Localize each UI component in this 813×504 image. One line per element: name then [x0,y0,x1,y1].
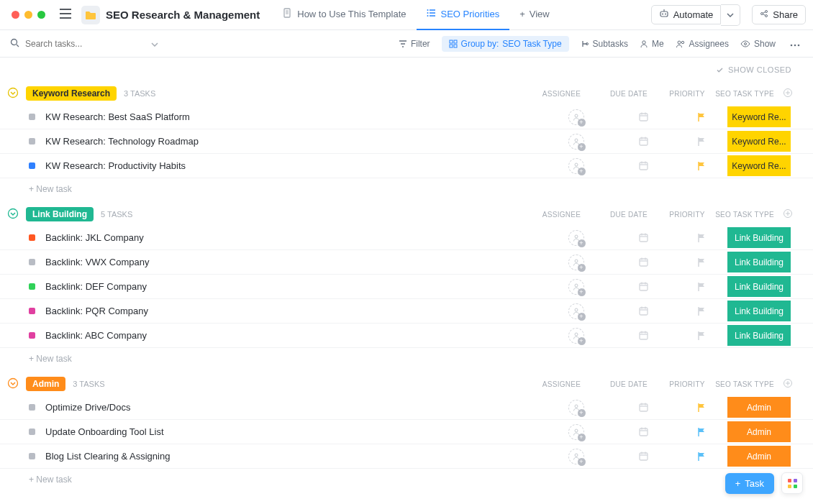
priority-cell[interactable] [676,444,727,469]
col-head-assignee[interactable]: ASSIGNEE [527,380,596,388]
task-row[interactable]: KW Research: Productivity Habits Keyword… [0,154,813,178]
add-column-button[interactable] [777,88,799,99]
more-options-button[interactable] [787,36,803,52]
assignee-cell[interactable] [542,299,610,324]
task-row[interactable]: KW Research: Technology Roadmap Keyword … [0,129,813,154]
due-date-cell[interactable] [610,444,676,469]
due-date-cell[interactable] [610,226,676,250]
priority-cell[interactable] [676,299,727,324]
col-head-due[interactable]: DUE DATE [596,211,662,219]
priority-cell[interactable] [676,395,727,420]
task-type-cell[interactable]: Link Building [727,299,791,324]
add-column-button[interactable] [777,209,799,220]
task-type-cell[interactable]: Keyword Re... [727,154,791,178]
col-head-type[interactable]: SEO TASK TYPE [712,90,777,98]
task-row[interactable]: Backlink: JKL Company Link Building [0,226,813,250]
assignee-cell[interactable] [542,226,610,250]
assignee-cell[interactable] [542,444,610,469]
filter-button[interactable]: Filter [399,39,430,49]
task-type-cell[interactable]: Keyword Re... [727,105,791,129]
col-head-type[interactable]: SEO TASK TYPE [712,211,777,219]
group-pill[interactable]: Link Building [26,207,94,221]
due-date-cell[interactable] [610,250,676,275]
close-window-icon[interactable] [12,11,19,19]
priority-cell[interactable] [676,226,727,250]
folder-icon[interactable] [81,6,100,24]
assignee-cell[interactable] [542,324,610,348]
col-head-assignee[interactable]: ASSIGNEE [527,90,596,98]
task-type-cell[interactable]: Admin [727,395,791,420]
task-type-cell[interactable]: Admin [727,420,791,444]
due-date-cell[interactable] [610,275,676,299]
assignee-cell[interactable] [542,395,610,420]
add-column-button[interactable] [777,378,799,390]
col-head-assignee[interactable]: ASSIGNEE [527,211,596,219]
assignee-cell[interactable] [542,250,610,275]
show-button[interactable]: Show [740,39,776,49]
due-date-cell[interactable] [610,129,676,154]
priority-cell[interactable] [676,129,727,154]
due-date-cell[interactable] [610,105,676,129]
status-square[interactable] [29,114,35,120]
priority-cell[interactable] [676,324,727,348]
automate-button[interactable]: Automate [651,5,722,24]
col-head-type[interactable]: SEO TASK TYPE [712,380,777,388]
apps-button[interactable] [781,472,803,494]
assignee-cell[interactable] [542,105,610,129]
status-square[interactable] [29,332,35,339]
show-closed-button[interactable]: SHOW CLOSED [716,65,791,74]
col-head-priority[interactable]: PRIORITY [662,380,712,388]
col-head-due[interactable]: DUE DATE [596,90,662,98]
groupby-button[interactable]: Group by: SEO Task Type [442,36,569,52]
group-pill[interactable]: Admin [26,377,65,391]
priority-cell[interactable] [676,420,727,444]
due-date-cell[interactable] [610,420,676,444]
task-row[interactable]: Backlink: PQR Company Link Building [0,299,813,324]
col-head-priority[interactable]: PRIORITY [662,90,712,98]
status-square[interactable] [29,429,35,435]
task-row[interactable]: Optimize Drive/Docs Admin [0,395,813,420]
assignee-cell[interactable] [542,275,610,299]
task-type-cell[interactable]: Link Building [727,324,791,348]
new-task-fab[interactable]: + Task [725,473,774,494]
status-square[interactable] [29,283,35,290]
assignees-button[interactable]: Assignees [676,39,729,49]
search-dropdown[interactable] [151,39,158,49]
status-square[interactable] [29,138,35,145]
tab-how-to-use[interactable]: How to Use This Template [273,0,416,30]
group-pill[interactable]: Keyword Research [26,86,117,101]
due-date-cell[interactable] [610,154,676,178]
col-head-due[interactable]: DUE DATE [596,380,662,388]
new-task-button[interactable]: + New task [0,178,813,200]
task-row[interactable]: Blog List Clearing & Assigning Admin [0,444,813,469]
task-row[interactable]: Backlink: ABC Company Link Building [0,324,813,348]
task-type-cell[interactable]: Link Building [727,226,791,250]
task-row[interactable]: Update Onboarding Tool List Admin [0,420,813,444]
collapse-toggle[interactable] [7,87,19,100]
due-date-cell[interactable] [610,395,676,420]
due-date-cell[interactable] [610,324,676,348]
priority-cell[interactable] [676,275,727,299]
col-head-priority[interactable]: PRIORITY [662,211,712,219]
task-row[interactable]: Backlink: DEF Company Link Building [0,275,813,299]
assignee-cell[interactable] [542,420,610,444]
task-row[interactable]: Backlink: VWX Company Link Building [0,250,813,275]
tab-seo-priorities[interactable]: SEO Priorities [417,0,510,30]
task-type-cell[interactable]: Keyword Re... [727,129,791,154]
share-button[interactable]: Share [752,5,806,24]
menu-icon[interactable] [55,6,76,24]
due-date-cell[interactable] [610,299,676,324]
automate-dropdown[interactable] [721,4,740,26]
new-task-button[interactable]: + New task [0,348,813,370]
status-square[interactable] [29,234,35,241]
task-type-cell[interactable]: Link Building [727,275,791,299]
task-type-cell[interactable]: Link Building [727,250,791,275]
assignee-cell[interactable] [542,129,610,154]
search-input[interactable] [25,39,112,49]
maximize-window-icon[interactable] [37,11,45,19]
status-square[interactable] [29,162,35,169]
add-view-button[interactable]: + View [509,0,560,30]
subtasks-button[interactable]: Subtasks [581,39,628,49]
task-row[interactable]: KW Research: Best SaaS Platform Keyword … [0,105,813,129]
status-square[interactable] [29,404,35,411]
